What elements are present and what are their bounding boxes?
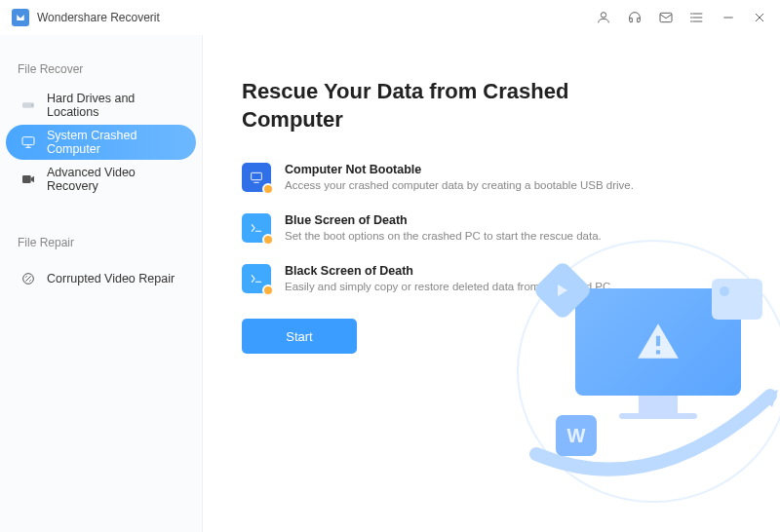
sidebar-item-corrupted-video[interactable]: Corrupted Video Repair xyxy=(6,261,196,296)
svg-point-5 xyxy=(691,14,692,15)
feature-title: Computer Not Bootable xyxy=(285,163,634,176)
sidebar-item-label: System Crashed Computer xyxy=(47,129,182,156)
video-recovery-icon xyxy=(20,171,37,188)
sidebar-item-label: Advanced Video Recovery xyxy=(47,166,182,193)
video-repair-icon xyxy=(20,270,37,287)
svg-point-12 xyxy=(31,104,33,106)
svg-point-6 xyxy=(691,18,692,19)
sidebar-item-system-crashed[interactable]: System Crashed Computer xyxy=(6,125,196,160)
feature-title: Black Screen of Death xyxy=(285,264,614,278)
feature-black-screen: Black Screen of Death Easily and simply … xyxy=(242,264,741,293)
blue-screen-icon xyxy=(242,213,271,243)
sidebar: File Recover Hard Drives and Locations S… xyxy=(0,35,203,532)
feature-blue-screen: Blue Screen of Death Set the boot option… xyxy=(242,213,741,243)
svg-rect-20 xyxy=(656,336,660,346)
feature-desc: Set the boot options on the crashed PC t… xyxy=(285,230,602,242)
svg-rect-18 xyxy=(252,173,262,180)
titlebar: Wondershare Recoverit xyxy=(0,0,780,35)
sidebar-item-label: Hard Drives and Locations xyxy=(47,92,182,119)
mail-icon[interactable] xyxy=(657,9,675,26)
feature-desc: Easily and simply copy or restore delete… xyxy=(285,281,614,292)
headset-icon[interactable] xyxy=(626,9,644,26)
page-title: Rescue Your Data from Crashed Computer xyxy=(242,78,593,133)
feature-not-bootable: Computer Not Bootable Access your crashe… xyxy=(242,163,741,192)
titlebar-left: Wondershare Recoverit xyxy=(12,9,160,26)
svg-rect-16 xyxy=(22,175,31,183)
svg-rect-21 xyxy=(656,350,660,354)
layout: File Recover Hard Drives and Locations S… xyxy=(0,35,780,532)
not-bootable-icon xyxy=(242,163,271,192)
start-button[interactable]: Start xyxy=(242,319,357,354)
svg-rect-13 xyxy=(22,137,34,145)
section-file-recover: File Recover xyxy=(0,55,202,86)
sidebar-item-advanced-video[interactable]: Advanced Video Recovery xyxy=(6,162,196,197)
svg-point-7 xyxy=(691,21,692,22)
drive-icon xyxy=(20,96,37,114)
main-panel: Rescue Your Data from Crashed Computer C… xyxy=(203,35,780,532)
app-logo-icon xyxy=(12,9,29,26)
section-file-repair: File Repair xyxy=(0,228,202,259)
sidebar-item-label: Corrupted Video Repair xyxy=(47,272,175,285)
feature-title: Blue Screen of Death xyxy=(285,213,602,227)
feature-list: Computer Not Bootable Access your crashe… xyxy=(242,163,741,293)
menu-icon[interactable] xyxy=(688,9,706,26)
svg-rect-1 xyxy=(660,13,672,21)
feature-desc: Access your crashed computer data by cre… xyxy=(285,179,634,191)
app-title: Wondershare Recoverit xyxy=(37,11,160,24)
close-icon[interactable] xyxy=(751,9,768,26)
crashed-computer-icon xyxy=(20,133,37,151)
svg-point-0 xyxy=(601,13,605,18)
sidebar-item-hard-drives[interactable]: Hard Drives and Locations xyxy=(6,88,196,123)
black-screen-icon xyxy=(242,264,271,293)
titlebar-right xyxy=(595,9,768,26)
user-icon[interactable] xyxy=(595,9,612,26)
minimize-icon[interactable] xyxy=(720,9,737,26)
w-tile-icon: W xyxy=(556,415,597,456)
